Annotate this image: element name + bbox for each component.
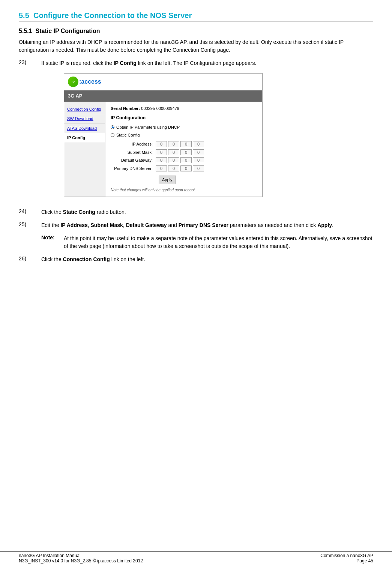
- step-25-bold-5: Apply: [317, 222, 332, 228]
- ui-radio-group: Obtain IP Parameters using DHCP Static C…: [111, 124, 257, 138]
- ui-note-text: Note that changes will only be applied u…: [111, 187, 257, 193]
- radio-dhcp-label: Obtain IP Parameters using DHCP: [116, 124, 180, 131]
- step-24: 24) Click the Static Config radio button…: [19, 208, 373, 216]
- ui-content: Serial Number: 000295-0000009479 IP Conf…: [105, 102, 262, 197]
- note-content: At this point it may be useful to make a…: [64, 234, 373, 250]
- dns-octet-4[interactable]: 0: [193, 165, 204, 171]
- dns-server-label: Primary DNS Server:: [111, 165, 156, 172]
- section-number: 5.5: [19, 11, 29, 20]
- section-heading: 5.5 Configure the Connection to the NOS …: [19, 11, 373, 22]
- step-23: 23) If static IP is required, click the …: [19, 59, 373, 203]
- radio-static-circle[interactable]: [111, 133, 114, 137]
- subsection-heading: 5.5.1 Static IP Configuration: [19, 28, 373, 35]
- section-title: Configure the Connection to the NOS Serv…: [33, 11, 192, 20]
- step-25: 25) Edit the IP Address, Subnet Mask, De…: [19, 221, 373, 229]
- subsection-title: Static IP Configuration: [35, 28, 100, 34]
- step-24-text-after: radio button.: [95, 209, 126, 215]
- footer-bar: nano3G AP Installation Manual N3G_INST_3…: [0, 551, 392, 565]
- step-23-content: If static IP is required, click the IP C…: [41, 59, 373, 203]
- dns-server-inputs: 0 0 0 0: [156, 165, 204, 171]
- radio-static-row[interactable]: Static Config: [111, 132, 257, 138]
- ui-main: Connection Config SW Download ATAS Downl…: [64, 102, 262, 197]
- ip-logo-icon: ip: [68, 77, 78, 87]
- dns-octet-1[interactable]: 0: [156, 165, 167, 171]
- dns-octet-3[interactable]: 0: [180, 165, 192, 171]
- ip-octet-4[interactable]: 0: [193, 141, 204, 147]
- ip-octet-2[interactable]: 0: [168, 141, 179, 147]
- step-26-content: Click the Connection Config link on the …: [41, 255, 373, 263]
- subsection-number: 5.5.1: [19, 28, 32, 34]
- subnet-mask-label: Subnet Mask:: [111, 149, 156, 156]
- ui-config-title: IP Configuration: [111, 114, 257, 121]
- sidebar-item-sw-download[interactable]: SW Download: [64, 114, 105, 124]
- radio-dhcp-row[interactable]: Obtain IP Parameters using DHCP: [111, 124, 257, 131]
- step-26-number: 26): [19, 255, 41, 261]
- default-gateway-label: Default Gateway:: [111, 157, 156, 164]
- subnet-octet-1[interactable]: 0: [156, 149, 167, 155]
- step-24-bold: Static Config: [63, 209, 95, 215]
- ip-address-inputs: 0 0 0 0: [156, 141, 204, 147]
- step-23-bold: IP Config: [114, 60, 137, 66]
- step-25-number: 25): [19, 221, 41, 227]
- ip-address-label: IP Address:: [111, 141, 156, 147]
- ui-header-text: 3G AP: [68, 93, 83, 99]
- ip-octet-3[interactable]: 0: [180, 141, 192, 147]
- dns-octet-2[interactable]: 0: [168, 165, 179, 171]
- step-26-text-after: link on the left.: [110, 256, 145, 262]
- note-block: Note: At this point it may be useful to …: [41, 234, 373, 250]
- ui-screenshot: ip :access 3G AP Connection Config SW Do…: [64, 73, 263, 197]
- intro-paragraph: Obtaining an IP address with DHCP is rec…: [19, 38, 373, 54]
- step-25-bold-1: IP Address: [60, 222, 87, 228]
- subnet-mask-inputs: 0 0 0 0: [156, 149, 204, 155]
- ui-sidebar: Connection Config SW Download ATAS Downl…: [64, 102, 105, 197]
- ui-header-bar: 3G AP: [64, 90, 262, 102]
- note-label: Note:: [41, 234, 64, 250]
- ip-logo: ip :access: [68, 77, 101, 87]
- step-25-content: Edit the IP Address, Subnet Mask, Defaul…: [41, 221, 373, 229]
- ip-octet-1[interactable]: 0: [156, 141, 167, 147]
- footer-left: nano3G AP Installation Manual N3G_INST_3…: [19, 553, 143, 563]
- serial-label: Serial Number:: [111, 106, 140, 111]
- sidebar-item-ip-config[interactable]: IP Config: [64, 133, 105, 143]
- serial-value: 000295-0000009479: [141, 106, 179, 111]
- sidebar-item-connection-config[interactable]: Connection Config: [64, 105, 105, 114]
- step-26: 26) Click the Connection Config link on …: [19, 255, 373, 263]
- gateway-octet-2[interactable]: 0: [168, 157, 179, 163]
- step-26-bold: Connection Config: [63, 256, 110, 262]
- ui-serial: Serial Number: 000295-0000009479: [111, 105, 257, 112]
- step-26-text-before: Click the: [41, 256, 63, 262]
- subnet-octet-3[interactable]: 0: [180, 149, 192, 155]
- step-24-text-before: Click the: [41, 209, 63, 215]
- ui-logo-bar: ip :access: [64, 74, 262, 90]
- subnet-octet-4[interactable]: 0: [193, 149, 204, 155]
- step-24-number: 24): [19, 208, 41, 214]
- step-23-number: 23): [19, 59, 41, 65]
- default-gateway-inputs: 0 0 0 0: [156, 157, 204, 163]
- sidebar-item-atas-download[interactable]: ATAS Download: [64, 124, 105, 134]
- step-23-text-before: If static IP is required, click the: [41, 60, 114, 66]
- ip-address-row: IP Address: 0 0 0 0: [111, 141, 257, 147]
- subnet-octet-2[interactable]: 0: [168, 149, 179, 155]
- subnet-mask-row: Subnet Mask: 0 0 0 0: [111, 149, 257, 156]
- radio-static-label: Static Config: [116, 132, 140, 138]
- apply-button[interactable]: Apply: [159, 176, 176, 184]
- step-23-text-after: link on the left. The IP Configuration p…: [137, 60, 256, 66]
- default-gateway-row: Default Gateway: 0 0 0 0: [111, 157, 257, 164]
- gateway-octet-4[interactable]: 0: [193, 157, 204, 163]
- step-24-content: Click the Static Config radio button.: [41, 208, 373, 216]
- footer-right: Commission a nano3G AP Page 45: [320, 553, 373, 563]
- dns-server-row: Primary DNS Server: 0 0 0 0: [111, 165, 257, 172]
- radio-dhcp-circle[interactable]: [111, 125, 114, 129]
- step-25-bold-3: Default Gateway: [126, 222, 167, 228]
- gateway-octet-1[interactable]: 0: [156, 157, 167, 163]
- step-25-bold-2: Subnet Mask: [91, 222, 123, 228]
- step-25-bold-4: Primary DNS Server: [179, 222, 228, 228]
- ip-logo-text: :access: [79, 77, 101, 86]
- gateway-octet-3[interactable]: 0: [180, 157, 192, 163]
